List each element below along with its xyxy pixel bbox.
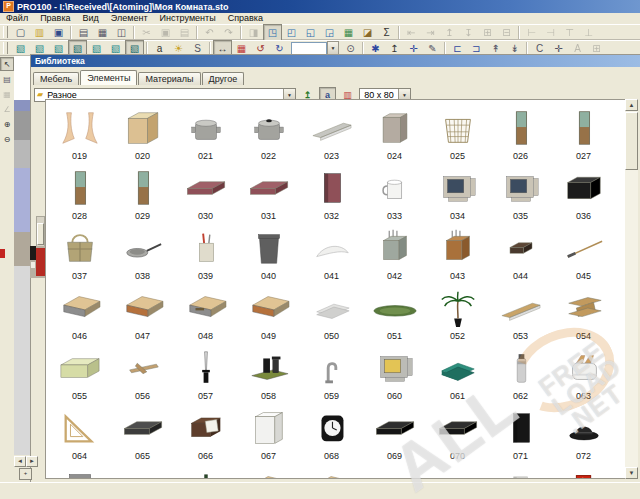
library-item-049[interactable]: 049 (237, 283, 300, 343)
menu-help[interactable]: Справка (222, 13, 269, 24)
title-bar[interactable]: P PRO100 - I:\Received\[Atoming]\Моя Ком… (0, 0, 640, 13)
show-plan-view-button[interactable]: ◰ (282, 24, 301, 41)
library-item-032[interactable]: 032 (300, 163, 363, 223)
save-button[interactable]: ▣ (49, 24, 68, 41)
library-item-053[interactable]: 053 (489, 283, 552, 343)
library-item-042[interactable]: 042 (363, 223, 426, 283)
library-item-038[interactable]: 038 (111, 223, 174, 283)
menu-view[interactable]: Вид (77, 13, 105, 24)
library-item-067[interactable]: 067 (237, 403, 300, 463)
library-item-044[interactable]: 044 (489, 223, 552, 283)
library-item-075[interactable]: 075 (174, 463, 237, 479)
library-item-074[interactable]: 074 (111, 463, 174, 479)
library-item-064[interactable]: 064 (48, 403, 111, 463)
wireframe-view-button[interactable]: ▧ (11, 40, 30, 57)
tab-materials[interactable]: Материалы (138, 72, 200, 85)
menu-file[interactable]: Файл (0, 13, 34, 24)
library-item-066[interactable]: 066 (174, 403, 237, 463)
library-item-056[interactable]: 056 (111, 343, 174, 403)
library-item-027[interactable]: 027 (552, 103, 615, 163)
library-item-047[interactable]: 047 (111, 283, 174, 343)
library-item-043[interactable]: 043 (426, 223, 489, 283)
library-item-081[interactable]: 081 (552, 463, 615, 479)
new-document-button[interactable]: ▢ (11, 24, 30, 41)
library-item-065[interactable]: 065 (111, 403, 174, 463)
library-item-025[interactable]: 025 (426, 103, 489, 163)
library-item-059[interactable]: 059 (300, 343, 363, 403)
library-item-021[interactable]: 021 (174, 103, 237, 163)
scroll-right-icon[interactable]: ► (26, 456, 38, 467)
library-item-045[interactable]: 045 (552, 223, 615, 283)
library-item-036[interactable]: 036 (552, 163, 615, 223)
scrollbar-thumb[interactable] (625, 112, 638, 170)
library-item-076[interactable]: 076 (237, 463, 300, 479)
print-preview-button[interactable]: ◫ (112, 24, 131, 41)
library-item-046[interactable]: 046 (48, 283, 111, 343)
library-item-072[interactable]: 072 (552, 403, 615, 463)
menu-edit[interactable]: Правка (34, 13, 76, 24)
library-item-057[interactable]: 057 (174, 343, 237, 403)
select-tool-button[interactable]: ↖ (0, 57, 14, 71)
scroll-up-icon[interactable]: ▲ (625, 99, 638, 111)
show-price-view-button[interactable]: ◪ (358, 24, 377, 41)
library-item-019[interactable]: 019 (48, 103, 111, 163)
library-item-029[interactable]: 029 (111, 163, 174, 223)
library-item-055[interactable]: 055 (48, 343, 111, 403)
library-item-070[interactable]: 070 (426, 403, 489, 463)
library-item-069[interactable]: 069 (363, 403, 426, 463)
library-item-023[interactable]: 023 (300, 103, 363, 163)
library-item-058[interactable]: 058 (237, 343, 300, 403)
library-item-031[interactable]: 031 (237, 163, 300, 223)
library-item-035[interactable]: 035 (489, 163, 552, 223)
library-item-020[interactable]: 020 (111, 103, 174, 163)
zoom-in-tool-button[interactable]: ⊕ (0, 117, 14, 131)
library-item-060[interactable]: 060 (363, 343, 426, 403)
library-item-040[interactable]: 040 (237, 223, 300, 283)
tab-elements[interactable]: Элементы (80, 70, 137, 85)
library-item-030[interactable]: 030 (174, 163, 237, 223)
library-item-034[interactable]: 034 (426, 163, 489, 223)
menu-tools[interactable]: Инструменты (154, 13, 222, 24)
library-item-022[interactable]: 022 (237, 103, 300, 163)
library-item-062[interactable]: 062 (489, 343, 552, 403)
library-item-054[interactable]: 054 (552, 283, 615, 343)
workspace-corner-button[interactable]: + (19, 468, 32, 480)
library-item-077[interactable]: 077 (300, 463, 363, 479)
tab-other[interactable]: Другое (202, 72, 245, 85)
library-item-078[interactable]: 078 (363, 463, 426, 479)
library-item-051[interactable]: 051 (363, 283, 426, 343)
library-item-024[interactable]: 024 (363, 103, 426, 163)
library-item-080[interactable]: 080 (489, 463, 552, 479)
library-item-068[interactable]: 068 (300, 403, 363, 463)
library-item-063[interactable]: 063 (552, 343, 615, 403)
tab-furniture[interactable]: Мебель (33, 72, 79, 85)
report-button[interactable]: ▤ (74, 24, 93, 41)
zoom-input[interactable] (291, 42, 327, 55)
library-item-052[interactable]: 052 (426, 283, 489, 343)
open-folder-button[interactable]: ▥ (30, 24, 49, 41)
library-item-079[interactable]: 079 (426, 463, 489, 479)
print-button[interactable]: ▦ (93, 24, 112, 41)
scroll-down-icon[interactable]: ▼ (625, 467, 638, 479)
show-3d-view-button[interactable]: ◳ (263, 24, 282, 41)
library-item-048[interactable]: 048 (174, 283, 237, 343)
menu-element[interactable]: Элемент (105, 13, 154, 24)
show-side-view-button[interactable]: ◲ (320, 24, 339, 41)
mini-scrollbar-thumb[interactable] (37, 223, 44, 245)
library-item-061[interactable]: 061 (426, 343, 489, 403)
wall-tool-button[interactable]: ▤ (0, 72, 14, 86)
sum-report-button[interactable]: Σ (377, 24, 396, 41)
library-item-071[interactable]: 071 (489, 403, 552, 463)
library-item-028[interactable]: 028 (48, 163, 111, 223)
library-item-039[interactable]: 039 (174, 223, 237, 283)
show-report-view-button[interactable]: ▦ (339, 24, 358, 41)
toolbar-grip[interactable] (3, 26, 8, 38)
library-item-041[interactable]: 041 (300, 223, 363, 283)
library-item-073[interactable]: 073 (48, 463, 111, 479)
scroll-left-icon[interactable]: ◄ (14, 456, 26, 467)
workspace-hscrollbar[interactable]: ◄ ► (14, 456, 38, 467)
library-item-033[interactable]: 033 (363, 163, 426, 223)
library-scrollbar[interactable]: ▲ ▼ (625, 99, 638, 479)
zoom-out-tool-button[interactable]: ⊖ (0, 132, 14, 146)
library-item-050[interactable]: 050 (300, 283, 363, 343)
